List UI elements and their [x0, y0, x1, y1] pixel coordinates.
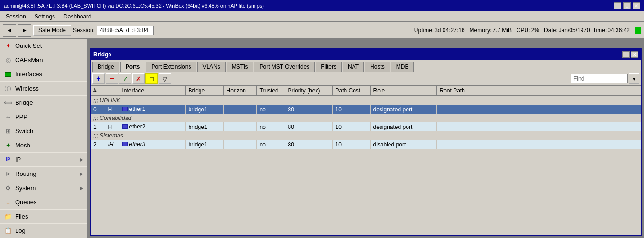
session-value: 48:8F:5A:7E:F3:B4 — [97, 26, 154, 35]
row-num: 0 — [91, 105, 105, 114]
menu-settings[interactable]: Settings — [31, 12, 59, 21]
sidebar-label-ppp: PPP — [15, 113, 27, 120]
memory-label: Memory: — [470, 27, 492, 34]
row-interface: ether1 — [119, 105, 185, 114]
sidebar-item-capsman[interactable]: ◎ CAPsMan — [0, 53, 87, 67]
sidebar-item-switch[interactable]: ⊞ Switch — [0, 124, 87, 138]
tab-mstis[interactable]: MSTIs — [227, 62, 254, 72]
sidebar-label-wireless: Wireless — [15, 85, 39, 92]
add-button[interactable]: + — [92, 73, 105, 84]
minimize-button[interactable]: − — [614, 2, 621, 9]
sidebar-label-ip: IP — [15, 156, 21, 163]
col-header-bridge[interactable]: Bridge — [185, 86, 223, 96]
sidebar-item-log[interactable]: 📋 Log — [0, 224, 87, 238]
enable-button[interactable]: ✓ — [119, 73, 131, 84]
sidebar-item-files[interactable]: 📁 Files — [0, 210, 87, 224]
sidebar-label-mesh: Mesh — [15, 142, 30, 149]
row-role: disabled port — [370, 140, 436, 149]
system-arrow-icon: ▶ — [80, 185, 83, 191]
ip-icon: IP — [4, 156, 12, 164]
sidebar-label-switch: Switch — [15, 128, 33, 135]
col-header-trusted[interactable]: Trusted — [256, 86, 285, 96]
safe-mode-button[interactable]: Safe Mode — [33, 25, 71, 36]
sidebar-item-quick-set[interactable]: ✦ Quick Set — [0, 39, 87, 53]
col-header-horizon[interactable]: Horizon — [223, 86, 256, 96]
row-trusted: no — [256, 122, 285, 131]
find-input[interactable] — [571, 74, 628, 83]
uptime-label: Uptime: — [414, 27, 434, 34]
settings-button[interactable]: □ — [145, 73, 158, 84]
date-label: Date: — [544, 27, 558, 34]
group-uplink: ;;; UPLINK — [91, 96, 641, 105]
col-header-path-cost[interactable]: Path Cost — [332, 86, 370, 96]
sidebar-item-routing[interactable]: ⊳ Routing ▶ — [0, 167, 87, 181]
forward-button[interactable]: ► — [18, 24, 31, 37]
sidebar-item-wireless[interactable]: )))) Wireless — [0, 82, 87, 96]
row-horizon — [223, 105, 256, 114]
row-path-cost: 10 — [332, 140, 370, 149]
row-trusted: no — [256, 140, 285, 149]
sidebar-item-ip[interactable]: IP IP ▶ — [0, 153, 87, 167]
filter-button[interactable]: ▽ — [159, 73, 171, 84]
remove-button[interactable]: − — [106, 73, 118, 84]
table-row[interactable]: 0 H ether1 bridge1 no 80 — [91, 105, 641, 114]
row-root-path — [436, 105, 641, 114]
sidebar-item-ppp[interactable]: ↔ PPP — [0, 110, 87, 124]
find-dropdown-button[interactable]: ▼ — [629, 73, 639, 84]
sidebar-label-queues: Queues — [15, 199, 37, 206]
bridge-table: # Interface Bridge Horizon Trusted Prior… — [91, 86, 641, 149]
sidebar-label-routing: Routing — [15, 170, 36, 177]
bridge-title-controls: □ ✕ — [622, 51, 638, 58]
menu-session[interactable]: Session — [2, 12, 30, 21]
col-header-root-path[interactable]: Root Path... — [436, 86, 641, 96]
tab-port-mst-overrides[interactable]: Port MST Overrides — [254, 62, 315, 72]
time-value: 04:36:42 — [608, 27, 630, 34]
disable-button[interactable]: ✗ — [132, 73, 145, 84]
sidebar: ✦ Quick Set ◎ CAPsMan Interfaces )))) Wi… — [0, 39, 88, 238]
date-value: Jan/05/1970 — [559, 27, 590, 34]
sidebar-item-interfaces[interactable]: Interfaces — [0, 67, 87, 82]
sidebar-item-system[interactable]: ⚙ System ▶ — [0, 181, 87, 195]
queues-icon: ≡ — [4, 198, 12, 207]
ppp-icon: ↔ — [4, 113, 12, 121]
tab-nat[interactable]: NAT — [343, 62, 364, 72]
close-button[interactable]: ✕ — [633, 2, 640, 9]
tab-hosts[interactable]: Hosts — [365, 62, 390, 72]
tab-vlans[interactable]: VLANs — [197, 62, 225, 72]
table-row[interactable]: 2 IH ether3 bridge1 no 80 — [91, 140, 641, 149]
bridge-window: Bridge □ ✕ Bridge Ports Port Extensions — [90, 48, 642, 236]
bridge-close-button[interactable]: ✕ — [631, 51, 638, 58]
files-icon: 📁 — [4, 212, 12, 221]
tab-port-extensions[interactable]: Port Extensions — [146, 62, 196, 72]
switch-icon: ⊞ — [4, 127, 12, 136]
status-indicator — [635, 27, 641, 34]
table-row[interactable]: 1 H ether2 bridge1 no 80 — [91, 122, 641, 131]
col-header-priority[interactable]: Priority (hex) — [285, 86, 332, 96]
tab-filters[interactable]: Filters — [316, 62, 342, 72]
col-header-flag[interactable] — [105, 86, 119, 96]
content-area: Bridge □ ✕ Bridge Ports Port Extensions — [88, 39, 644, 238]
sidebar-label-bridge: Bridge — [15, 99, 33, 106]
group-contabilidad-label: ;;; Contabilidad — [91, 114, 641, 122]
sidebar-item-bridge[interactable]: ⟺ Bridge — [0, 96, 87, 110]
time-label: Time: — [593, 27, 607, 34]
back-button[interactable]: ◄ — [3, 24, 16, 37]
row-flag: H — [105, 122, 119, 131]
tab-bridge[interactable]: Bridge — [92, 62, 119, 72]
col-header-interface[interactable]: Interface — [119, 86, 185, 96]
title-bar-text: admin@48:8F:5A:7E:F3:B4 (LAB_SWITCH) via… — [4, 3, 264, 9]
tab-ports[interactable]: Ports — [120, 62, 145, 72]
sidebar-item-queues[interactable]: ≡ Queues — [0, 195, 87, 210]
row-root-path — [436, 122, 641, 131]
mesh-icon: ✦ — [4, 141, 12, 150]
sidebar-item-mesh[interactable]: ✦ Mesh — [0, 138, 87, 153]
maximize-button[interactable]: □ — [623, 2, 631, 9]
menu-dashboard[interactable]: Dashboard — [60, 12, 95, 21]
session-label: Session: — [73, 27, 95, 34]
bridge-restore-button[interactable]: □ — [622, 51, 630, 58]
tab-mdb[interactable]: MDB — [391, 62, 414, 72]
col-header-num[interactable]: # — [91, 86, 105, 96]
row-bridge: bridge1 — [185, 122, 223, 131]
row-flag: IH — [105, 140, 119, 149]
col-header-role[interactable]: Role — [370, 86, 436, 96]
